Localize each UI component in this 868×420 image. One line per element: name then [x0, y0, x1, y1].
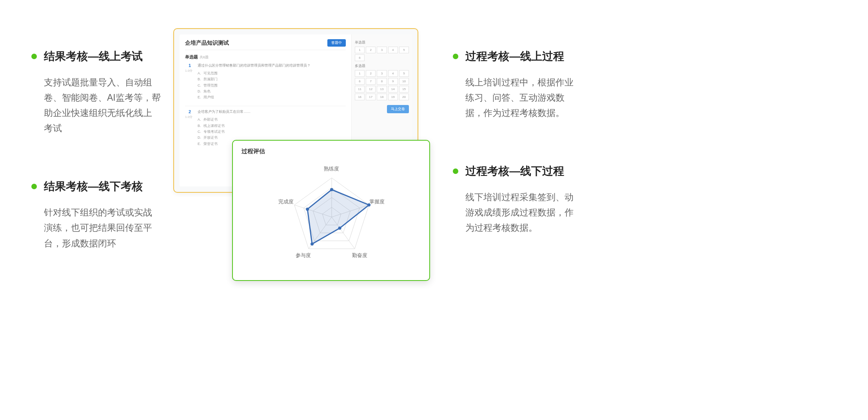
svg-point-10: [330, 188, 333, 191]
option-b[interactable]: B.线上课程证书: [198, 123, 346, 129]
nav-cell[interactable]: 20: [399, 94, 409, 100]
svg-point-12: [338, 226, 341, 230]
nav-group-title: 多选题: [355, 63, 409, 69]
exam-status-badge: 答题中: [327, 39, 346, 47]
option-c[interactable]: C.管理范围: [198, 83, 346, 89]
radar-chart-card: 过程评估 熟练度掌握度勤奋度参与度完成度: [232, 140, 430, 281]
nav-cell[interactable]: 17: [366, 94, 376, 100]
section-label: 单选题: [185, 54, 198, 59]
nav-grid-single: 123456: [355, 47, 409, 61]
nav-cell[interactable]: 7: [366, 78, 376, 85]
nav-cell[interactable]: 2: [366, 47, 376, 53]
section-heading: 单选题共6题: [185, 54, 346, 60]
nav-cell[interactable]: 6: [355, 54, 365, 61]
exam-title: 企培产品知识测试: [185, 40, 229, 47]
radar-svg: [242, 158, 422, 272]
option-label: B.: [198, 124, 201, 128]
option-label: D.: [198, 136, 201, 139]
option-text: 管理范围: [203, 83, 218, 87]
radar-axis-label: 勤奋度: [352, 252, 367, 259]
option-a[interactable]: A.可见范围: [198, 71, 346, 76]
nav-group-title: 单选题: [355, 40, 409, 45]
nav-cell[interactable]: 4: [388, 70, 398, 77]
option-label: A.: [198, 71, 201, 75]
option-c[interactable]: C.专项考试证书: [198, 129, 346, 135]
question-score: 1.0分: [185, 115, 194, 119]
radar-axis-label: 掌握度: [369, 198, 385, 205]
option-text: 用户组: [203, 95, 214, 99]
option-text: 开放证书: [203, 136, 218, 139]
option-e[interactable]: E.用户组: [198, 94, 346, 100]
nav-cell[interactable]: 11: [355, 86, 365, 92]
bullet-dot-icon: [31, 184, 37, 189]
feature-result-offline-exam: 结果考核—线下考核 针对线下组织的考试或实战演练，也可把结果回传至平台，形成数据…: [31, 179, 161, 251]
nav-cell[interactable]: 6: [355, 78, 365, 85]
nav-cell[interactable]: 3: [377, 47, 387, 53]
nav-cell[interactable]: 16: [355, 94, 365, 100]
nav-grid-multi: 1234567891011121314151617181920: [355, 70, 409, 100]
option-text: 所属部门: [203, 77, 218, 81]
question-number: 2: [185, 109, 194, 114]
bullet-dot-icon: [31, 54, 37, 59]
question-text: 通过什么区分管理销售部门的培训管理员和管理产品部门的培训管理员？: [198, 63, 346, 68]
option-label: C.: [198, 130, 201, 134]
nav-cell[interactable]: 19: [388, 94, 398, 100]
option-text: 荣誉证书: [203, 142, 218, 146]
option-text: 线上课程证书: [203, 124, 225, 128]
feature-desc: 支持试题批量导入、自动组卷、智能阅卷、AI监考等，帮助企业快速组织无纸化线上考试: [31, 75, 161, 136]
nav-cell[interactable]: 10: [399, 78, 409, 85]
nav-cell[interactable]: 18: [377, 94, 387, 100]
option-text: 外部证书: [203, 118, 218, 121]
nav-cell[interactable]: 5: [399, 70, 409, 77]
option-label: E.: [198, 142, 201, 146]
option-label: A.: [198, 118, 201, 121]
nav-cell[interactable]: 14: [388, 86, 398, 92]
option-label: C.: [198, 83, 201, 87]
option-label: D.: [198, 89, 201, 93]
nav-cell[interactable]: 1: [355, 70, 365, 77]
radar-axis-label: 熟练度: [324, 165, 339, 172]
question-1: 1 1.0分 通过什么区分管理销售部门的培训管理员和管理产品部门的培训管理员？ …: [185, 63, 346, 100]
feature-process-online: 过程考核—线上过程 线上培训过程中，根据作业练习、问答、互动游戏数据，作为过程考…: [453, 49, 582, 121]
feature-desc: 针对线下组织的考试或实战演练，也可把结果回传至平台，形成数据闭环: [31, 205, 161, 251]
feature-title: 结果考核—线上考试: [44, 49, 143, 64]
svg-point-13: [311, 243, 314, 246]
feature-desc: 线上培训过程中，根据作业练习、问答、互动游戏数据，作为过程考核数据。: [453, 75, 582, 121]
radar-axis-label: 完成度: [278, 198, 294, 205]
bullet-dot-icon: [453, 168, 458, 174]
question-number: 1: [185, 63, 194, 68]
nav-cell[interactable]: 3: [377, 70, 387, 77]
nav-cell[interactable]: 12: [366, 86, 376, 92]
nav-cell[interactable]: 1: [355, 47, 365, 53]
feature-title: 过程考核—线下过程: [465, 164, 564, 179]
nav-cell[interactable]: 5: [399, 47, 409, 53]
center-screenshot-stack: 企培产品知识测试 答题中 单选题共6题 1 1.0分 通过什么区分管理销售部门: [173, 28, 432, 287]
nav-cell[interactable]: 9: [388, 78, 398, 85]
section-count: 共6题: [200, 55, 209, 59]
submit-exam-button[interactable]: 马上交卷: [387, 105, 409, 113]
option-label: B.: [198, 77, 201, 81]
option-b[interactable]: B.所属部门: [198, 76, 346, 82]
question-score: 1.0分: [185, 69, 194, 73]
svg-marker-9: [307, 190, 369, 244]
option-label: E.: [198, 95, 201, 99]
option-a[interactable]: A.外部证书: [198, 117, 346, 123]
option-d[interactable]: D.角色: [198, 89, 346, 94]
nav-cell[interactable]: 2: [366, 70, 376, 77]
option-text: 专项考试证书: [203, 130, 225, 134]
feature-title: 过程考核—线上过程: [465, 49, 564, 64]
question-text: 企培客户为了鼓励员工在日常……: [198, 109, 346, 114]
feature-desc: 线下培训过程采集签到、动游戏成绩形成过程数据，作为过程考核数据。: [453, 190, 582, 235]
option-text: 角色: [203, 89, 211, 93]
option-text: 可见范围: [203, 71, 218, 75]
radar-chart: 熟练度掌握度勤奋度参与度完成度: [242, 158, 421, 272]
radar-axis-label: 参与度: [296, 252, 311, 259]
svg-point-14: [306, 208, 309, 211]
feature-process-offline: 过程考核—线下过程 线下培训过程采集签到、动游戏成绩形成过程数据，作为过程考核数…: [453, 164, 582, 235]
nav-cell[interactable]: 15: [399, 86, 409, 92]
bullet-dot-icon: [453, 54, 458, 59]
nav-cell[interactable]: 8: [377, 78, 387, 85]
nav-cell[interactable]: 4: [388, 47, 398, 53]
right-features-column: 过程考核—线上过程 线上培训过程中，根据作业练习、问答、互动游戏数据，作为过程考…: [453, 49, 582, 279]
nav-cell[interactable]: 13: [377, 86, 387, 92]
